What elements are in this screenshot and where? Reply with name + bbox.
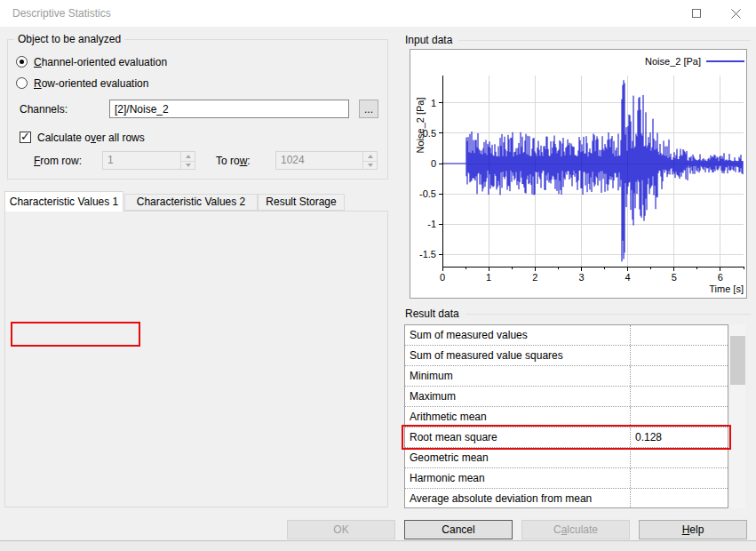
- close-icon: [731, 9, 741, 19]
- table-row[interactable]: Sum of measured values: [405, 325, 728, 346]
- result-row-label: Average absolute deviation from mean: [405, 489, 630, 508]
- channels-input[interactable]: [109, 100, 349, 118]
- result-table-scrollbar[interactable]: [730, 324, 745, 508]
- background-window-strip: [0, 540, 756, 551]
- radio-icon: [16, 77, 28, 89]
- svg-text:-0.5: -0.5: [419, 188, 436, 199]
- result-row-value: [630, 407, 728, 427]
- result-row-value: [630, 468, 728, 488]
- close-button[interactable]: [717, 0, 754, 27]
- result-row-value: [630, 325, 728, 345]
- from-row-stepper[interactable]: 1: [102, 151, 195, 170]
- result-row-value: [630, 489, 728, 508]
- tab-characteristic-values-2[interactable]: Characteristic Values 2: [124, 194, 258, 211]
- ok-button[interactable]: OK: [287, 520, 395, 539]
- title-bar: Descriptive Statistics: [0, 0, 756, 27]
- result-row-value: [630, 346, 728, 365]
- svg-text:5: 5: [672, 272, 677, 283]
- maximize-icon: [692, 9, 701, 18]
- browse-channels-button[interactable]: ...: [359, 100, 378, 118]
- from-row-label: From row:: [34, 155, 82, 167]
- spin-up-icon[interactable]: [362, 152, 377, 161]
- to-row-label: To row:: [216, 155, 251, 167]
- to-row-value: 1024: [281, 154, 305, 166]
- checkbox-icon: [20, 132, 31, 143]
- radio-channel-oriented[interactable]: Channel-oriented evaluation: [16, 55, 167, 68]
- maximize-button[interactable]: [678, 0, 715, 27]
- object-group-title: Object to be analyzed: [14, 33, 124, 45]
- result-row-label: Geometric mean: [405, 448, 630, 467]
- window-title: Descriptive Statistics: [12, 0, 111, 27]
- checkbox-calculate-over-all-rows[interactable]: Calculate over all rows: [20, 131, 145, 144]
- radio-row-oriented[interactable]: Row-oriented evaluation: [16, 76, 148, 90]
- tab-result-storage[interactable]: Result Storage: [258, 194, 345, 211]
- from-row-value: 1: [107, 154, 114, 166]
- table-row[interactable]: Geometric mean: [405, 448, 728, 468]
- calculate-button[interactable]: Calculate: [521, 520, 630, 539]
- scrollbar-thumb[interactable]: [730, 336, 745, 385]
- spin-down-icon[interactable]: [362, 161, 377, 170]
- svg-text:0: 0: [440, 272, 445, 283]
- table-row[interactable]: Root mean square0.128: [405, 427, 728, 448]
- radio-label: Row-oriented evaluation: [34, 77, 148, 90]
- result-row-label: Arithmetic mean: [405, 407, 630, 427]
- svg-text:4: 4: [625, 272, 631, 283]
- result-row-value: [630, 387, 728, 406]
- to-row-stepper[interactable]: 1024: [275, 151, 378, 170]
- result-row-label: Sum of measured values: [405, 325, 630, 345]
- svg-text:0: 0: [431, 158, 436, 169]
- table-row[interactable]: Maximum: [405, 387, 728, 407]
- result-table: Sum of measured valuesSum of measured va…: [404, 324, 728, 508]
- result-row-value: 0.128: [630, 427, 728, 447]
- svg-text:6: 6: [718, 272, 723, 283]
- noise-waveform-chart: 012345610.50-0.5-1-1.5Time [s]Noise_2 [P…: [410, 50, 746, 298]
- radio-icon: [16, 56, 28, 68]
- result-data-header: Result data: [405, 307, 751, 320]
- table-row[interactable]: Arithmetic mean: [405, 407, 728, 427]
- svg-text:-1: -1: [427, 219, 436, 229]
- table-row[interactable]: Sum of measured value squares: [405, 346, 728, 366]
- radio-label: Channel-oriented evaluation: [34, 56, 167, 68]
- tab-characteristic-values-1[interactable]: Characteristic Values 1: [4, 191, 123, 212]
- result-row-value: [630, 366, 728, 386]
- checkbox-label: Calculate over all rows: [37, 132, 145, 144]
- svg-text:1: 1: [486, 272, 491, 283]
- svg-text:Noise_2 [Pa]: Noise_2 [Pa]: [415, 98, 426, 154]
- svg-text:2: 2: [532, 272, 537, 283]
- characteristic-values-panel: [4, 211, 388, 507]
- result-row-value: [630, 448, 728, 467]
- channels-label: Channels:: [20, 103, 68, 116]
- svg-text:-1.5: -1.5: [419, 249, 436, 260]
- input-data-header: Input data: [405, 34, 751, 46]
- descriptive-statistics-dialog: Descriptive Statistics Object to be anal…: [0, 0, 756, 551]
- result-row-label: Sum of measured value squares: [405, 346, 630, 365]
- result-row-label: Harmonic mean: [405, 468, 630, 488]
- svg-text:1: 1: [431, 98, 436, 108]
- spin-down-icon[interactable]: [180, 161, 195, 170]
- table-row[interactable]: Average absolute deviation from mean: [405, 489, 728, 508]
- table-row[interactable]: Minimum: [405, 366, 728, 387]
- svg-text:Noise_2 [Pa]: Noise_2 [Pa]: [645, 56, 701, 67]
- svg-text:Time [s]: Time [s]: [709, 283, 744, 294]
- help-button[interactable]: Help: [639, 520, 747, 539]
- result-row-label: Root mean square: [405, 427, 630, 447]
- cancel-button[interactable]: Cancel: [404, 520, 513, 539]
- spin-up-icon[interactable]: [180, 152, 195, 161]
- result-row-label: Maximum: [405, 387, 630, 406]
- result-row-label: Minimum: [405, 366, 630, 386]
- table-row[interactable]: Harmonic mean: [405, 468, 728, 489]
- input-data-chart: 012345610.50-0.5-1-1.5Time [s]Noise_2 [P…: [410, 49, 747, 299]
- svg-text:3: 3: [578, 272, 584, 283]
